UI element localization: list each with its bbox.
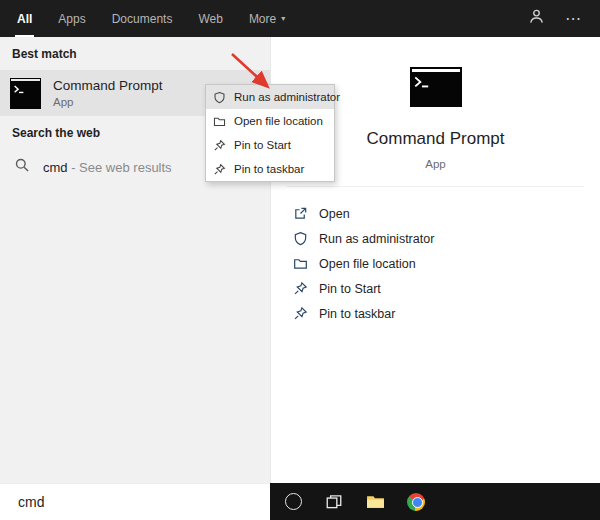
action-label: Pin to Start [319, 282, 381, 296]
preview-subtitle: App [425, 158, 445, 170]
pin-icon [213, 163, 226, 176]
shield-icon [293, 231, 308, 246]
menu-item-label: Pin to taskbar [234, 163, 304, 175]
action-open-file-location[interactable]: Open file location [293, 251, 600, 276]
search-filter-bar: All Apps Documents Web More ▾ [0, 0, 600, 37]
chrome-icon[interactable] [405, 491, 427, 513]
folder-icon [213, 115, 226, 128]
tab-more-label: More [249, 12, 276, 26]
taskbar [270, 483, 600, 520]
pin-icon [213, 139, 226, 152]
best-match-subtitle: App [53, 96, 163, 108]
tab-apps-label: Apps [58, 12, 85, 26]
menu-item-pin-to-taskbar[interactable]: Pin to taskbar [206, 157, 334, 181]
command-prompt-icon [10, 78, 41, 109]
action-pin-to-taskbar[interactable]: Pin to taskbar [293, 301, 600, 326]
task-view-icon[interactable] [323, 491, 345, 513]
action-run-as-administrator[interactable]: Run as administrator [293, 226, 600, 251]
menu-item-pin-to-start[interactable]: Pin to Start [206, 133, 334, 157]
search-icon [14, 157, 30, 177]
windows-search-screen: All Apps Documents Web More ▾ [0, 0, 600, 520]
menu-item-open-file-location[interactable]: Open file location [206, 109, 334, 133]
ellipsis-menu-icon[interactable]: ⋯ [565, 9, 582, 28]
web-result-text: cmd - See web results [43, 160, 172, 175]
tab-more[interactable]: More ▾ [236, 0, 298, 37]
tab-web[interactable]: Web [185, 0, 235, 37]
tab-apps[interactable]: Apps [45, 0, 98, 37]
preview-actions: Open Run as administrator Open file loca… [271, 187, 600, 326]
tab-web-label: Web [198, 12, 222, 26]
preview-title: Command Prompt [367, 129, 505, 149]
action-label: Open file location [319, 257, 416, 271]
action-pin-to-start[interactable]: Pin to Start [293, 276, 600, 301]
search-box [0, 483, 270, 520]
filter-tabs: All Apps Documents Web More ▾ [0, 0, 298, 37]
action-open[interactable]: Open [293, 201, 600, 226]
web-result-query: cmd [43, 160, 68, 175]
folder-icon [293, 256, 308, 271]
web-result-suffix: - See web results [68, 160, 172, 175]
tab-all-label: All [17, 12, 32, 26]
context-menu: Run as administrator Open file location … [205, 84, 335, 182]
pin-icon [293, 306, 308, 321]
menu-item-label: Run as administrator [234, 91, 340, 103]
pin-icon [293, 281, 308, 296]
tab-documents-label: Documents [112, 12, 173, 26]
open-icon [293, 206, 308, 221]
action-label: Open [319, 207, 350, 221]
command-prompt-icon-large [410, 67, 462, 107]
best-match-title: Command Prompt [53, 78, 163, 93]
action-label: Run as administrator [319, 232, 434, 246]
menu-item-run-as-administrator[interactable]: Run as administrator [206, 85, 334, 109]
best-match-text: Command Prompt App [53, 78, 163, 108]
topbar-actions: ⋯ [528, 0, 600, 37]
chevron-down-icon: ▾ [281, 14, 285, 23]
search-input[interactable] [0, 484, 270, 520]
tab-all[interactable]: All [4, 0, 45, 37]
shield-icon [213, 91, 226, 104]
cortana-icon[interactable] [282, 491, 304, 513]
best-match-header: Best match [0, 37, 270, 70]
file-explorer-icon[interactable] [364, 491, 386, 513]
menu-item-label: Pin to Start [234, 139, 291, 151]
tab-documents[interactable]: Documents [99, 0, 186, 37]
menu-item-label: Open file location [234, 115, 323, 127]
user-feedback-icon[interactable] [528, 8, 545, 29]
action-label: Pin to taskbar [319, 307, 395, 321]
